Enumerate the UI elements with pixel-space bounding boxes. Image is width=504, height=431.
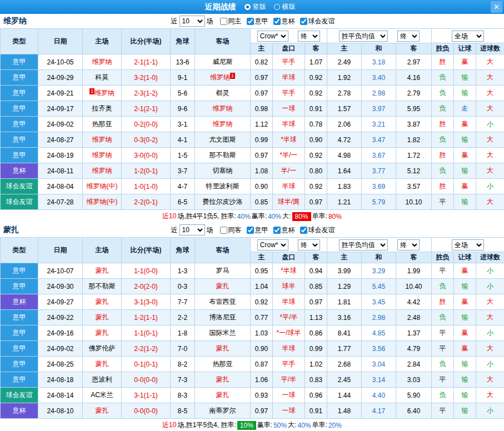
coppa-italia-checkbox[interactable]: 意杯 xyxy=(268,17,295,26)
euro-odds-selectors: 胜平负均值 终 xyxy=(327,238,432,252)
asian-home-odds-cell: 1.08 xyxy=(251,163,273,179)
euro-away-odds-cell: 1.99 xyxy=(396,263,432,279)
home-team-cell: 蒙扎 xyxy=(83,325,122,341)
home-team-cell: 蒙扎 xyxy=(83,310,122,325)
euro-away-odds-cell: 2.84 xyxy=(396,357,432,372)
team-label: 蒙扎 xyxy=(96,267,109,274)
team-label: 博洛尼亚 xyxy=(209,313,236,321)
handicap-cell: 半球 xyxy=(273,294,305,310)
league-type-cell: 意甲 xyxy=(1,117,38,132)
goals-cell: 大 xyxy=(476,101,504,117)
home-team-cell: 维罗纳(中) xyxy=(83,179,122,194)
layout-radio-vertical[interactable]: 竖版 xyxy=(244,2,266,12)
club-friendly-input[interactable] xyxy=(300,18,307,25)
goals-cell: 大 xyxy=(476,372,504,388)
bookmaker-select[interactable]: Crow* xyxy=(257,239,288,250)
away-team-cell: 蒙扎 xyxy=(195,341,251,357)
asian-away-odds-cell: 0.92 xyxy=(305,179,327,194)
match-count-select[interactable]: 10 xyxy=(179,224,205,235)
away-team-cell: 切塞纳 xyxy=(195,163,251,179)
same-venue-checkbox[interactable]: 同主 xyxy=(215,17,242,26)
result-cell: 平 xyxy=(432,325,454,341)
asian-away-odds-cell: 0.92 xyxy=(305,70,327,86)
corner-cell: 13-6 xyxy=(171,54,195,70)
summary-segment: 单率: xyxy=(312,212,327,221)
asian-home-odds-cell: 0.93 xyxy=(251,388,273,403)
away-team-cell: 蒙扎 xyxy=(195,279,251,294)
radio-vertical-label: 竖版 xyxy=(253,2,266,12)
final-asian-select[interactable]: 终 xyxy=(298,239,320,250)
scope-select[interactable]: 全场 xyxy=(452,239,484,250)
euro-odds-selectors: 胜平负均值 终 xyxy=(327,29,432,43)
summary-segment: 场,胜1平5负4, 胜率: xyxy=(177,420,236,430)
close-button[interactable]: ✕ xyxy=(491,1,502,13)
match-count-select[interactable]: 10 xyxy=(179,16,205,27)
team-label: 尤文图斯 xyxy=(209,136,236,143)
col-home: 主场 xyxy=(83,238,122,263)
handicap-cell: *半/一 xyxy=(273,148,305,163)
serie-a-checkbox[interactable]: 意甲 xyxy=(242,225,268,235)
match-row: 意甲24-08-18恩波利0-0(0-0)7-3蒙扎1.06平/半0.832.4… xyxy=(1,372,504,388)
serie-a-input[interactable] xyxy=(247,18,254,25)
coppa-italia-input[interactable] xyxy=(273,227,281,234)
handicap-cell: 平手 xyxy=(273,54,305,70)
final-euro-select[interactable]: 终 xyxy=(397,239,420,250)
club-friendly-input[interactable] xyxy=(300,227,307,234)
team-label: 恩波利 xyxy=(92,375,112,383)
goals-cell: 小 xyxy=(476,117,504,132)
asian-away-odds-cell: 0.91 xyxy=(305,101,327,117)
serie-a-input[interactable] xyxy=(247,227,254,234)
euro-draw-odds-cell: 3.47 xyxy=(362,132,396,148)
handicap-cell: 一球 xyxy=(273,101,305,117)
layout-radio-horizontal[interactable]: 横版 xyxy=(274,2,296,12)
avg-odds-select[interactable]: 胜平负均值 xyxy=(339,31,388,42)
league-type-cell: 意甲 xyxy=(1,132,38,148)
euro-away-odds-cell: 4.16 xyxy=(396,70,432,86)
serie-a-checkbox[interactable]: 意甲 xyxy=(242,17,268,26)
final-asian-select[interactable]: 终 xyxy=(298,31,320,42)
corner-cell: 8-2 xyxy=(171,357,195,372)
result-cell: 胜 xyxy=(432,148,454,163)
handicap-result-cell: 输 xyxy=(454,132,476,148)
scope-select[interactable]: 全场 xyxy=(452,31,484,42)
asian-home-odds-cell: 0.97 xyxy=(251,70,273,86)
club-friendly-checkbox[interactable]: 球会友谊 xyxy=(295,17,335,26)
summary-segment: 10% xyxy=(237,421,256,430)
same-venue-input[interactable] xyxy=(220,18,227,25)
summary-line: 近10场,胜1平5负4, 胜率: 10% 赢率:50% 大:40% 单率:20% xyxy=(0,419,504,431)
euro-home-odds-cell: 1.92 xyxy=(327,70,362,86)
euro-away-odds-cell: 5.12 xyxy=(396,163,432,179)
match-row: 意甲24-09-22蒙扎1-2(1-1)2-2博洛尼亚0.77*平/半1.133… xyxy=(1,310,504,325)
score-cell: 3-1(3-0) xyxy=(122,294,171,310)
goals-cell: 小 xyxy=(476,279,504,294)
team-label: 维罗纳 xyxy=(92,151,112,159)
score-cell: 2-1(2-1) xyxy=(122,101,171,117)
euro-home-odds-cell: 2.78 xyxy=(327,86,362,101)
summary-segment: 赢率: xyxy=(257,420,272,430)
final-euro-select[interactable]: 终 xyxy=(397,31,420,42)
away-team-cell: 那不勒斯 xyxy=(195,148,251,163)
team-label: 蒙扎 xyxy=(96,329,109,337)
coppa-italia-input[interactable] xyxy=(273,18,281,25)
team-label: 罗马 xyxy=(216,267,229,274)
radio-horizontal-label: 横版 xyxy=(282,2,296,12)
club-friendly-checkbox[interactable]: 球会友谊 xyxy=(295,225,335,235)
euro-draw-odds-cell: 3.14 xyxy=(362,372,396,388)
summary-segment: 50% xyxy=(273,422,287,429)
same-venue-input[interactable] xyxy=(220,227,227,234)
bookmaker-select[interactable]: Crow* xyxy=(257,31,288,42)
avg-odds-select[interactable]: 胜平负均值 xyxy=(339,239,388,250)
asian-home-odds-cell: 0.90 xyxy=(251,341,273,357)
handicap-result-cell: 赢 xyxy=(454,341,476,357)
coppa-italia-checkbox[interactable]: 意杯 xyxy=(268,225,295,235)
team-label: 维罗纳 xyxy=(213,120,233,128)
games-label: 场 xyxy=(207,17,213,26)
score-cell: 2-3(1-2) xyxy=(122,86,171,101)
euro-home-odds-cell: 4.98 xyxy=(327,148,362,163)
score-cell: 3-1(1-1) xyxy=(122,388,171,403)
team-label: 费拉尔皮沙洛 xyxy=(203,198,243,206)
same-venue-checkbox[interactable]: 同客 xyxy=(215,225,242,235)
score-cell: 0-1(0-1) xyxy=(122,357,171,372)
col-score: 比分(半场) xyxy=(122,29,171,54)
handicap-result-cell: 输 xyxy=(454,388,476,403)
